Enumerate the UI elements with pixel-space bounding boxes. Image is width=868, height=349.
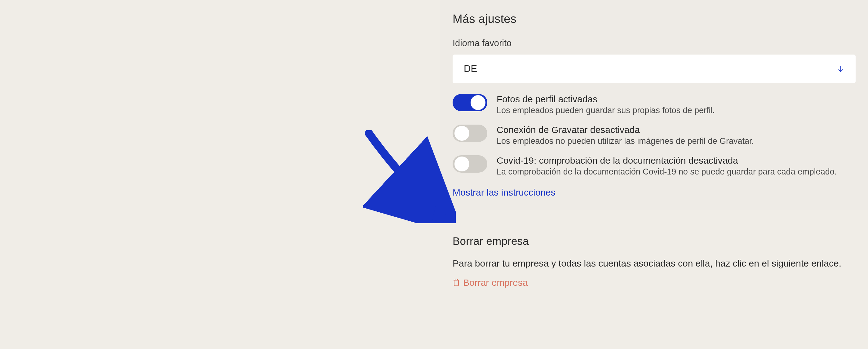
delete-company-link-label: Borrar empresa bbox=[463, 277, 528, 288]
toggle-desc-profile-photos: Los empleados pueden guardar sus propias… bbox=[497, 106, 715, 115]
toggle-covid[interactable] bbox=[453, 155, 487, 172]
toggle-gravatar[interactable] bbox=[453, 125, 487, 142]
delete-company-link[interactable]: Borrar empresa bbox=[453, 277, 528, 288]
toggle-row-gravatar: Conexión de Gravatar desactivada Los emp… bbox=[453, 125, 856, 146]
more-settings-card: Más ajustes Idioma favorito DE Fotos de … bbox=[440, 0, 868, 210]
language-value: DE bbox=[464, 63, 477, 74]
show-instructions-link[interactable]: Mostrar las instrucciones bbox=[453, 187, 556, 198]
toggle-desc-gravatar: Los empleados no pueden utilizar las imá… bbox=[497, 136, 754, 146]
arrow-down-icon bbox=[837, 65, 844, 72]
toggle-row-profile-photos: Fotos de perfil activadas Los empleados … bbox=[453, 94, 856, 115]
delete-company-body: Para borrar tu empresa y todas las cuent… bbox=[453, 258, 856, 269]
toggle-title-profile-photos: Fotos de perfil activadas bbox=[497, 94, 715, 104]
trash-icon bbox=[453, 278, 460, 287]
delete-company-section: Borrar empresa Para borrar tu empresa y … bbox=[440, 226, 868, 297]
language-select[interactable]: DE bbox=[453, 55, 856, 83]
toggle-desc-covid: La comprobación de la documentación Covi… bbox=[497, 167, 837, 177]
toggle-row-covid: Covid-19: comprobación de la documentaci… bbox=[453, 155, 856, 177]
delete-company-title: Borrar empresa bbox=[453, 235, 856, 247]
toggle-title-gravatar: Conexión de Gravatar desactivada bbox=[497, 125, 754, 135]
toggle-title-covid: Covid-19: comprobación de la documentaci… bbox=[497, 155, 837, 166]
language-label: Idioma favorito bbox=[453, 38, 856, 49]
toggle-profile-photos[interactable] bbox=[453, 94, 487, 111]
more-settings-title: Más ajustes bbox=[453, 12, 856, 26]
